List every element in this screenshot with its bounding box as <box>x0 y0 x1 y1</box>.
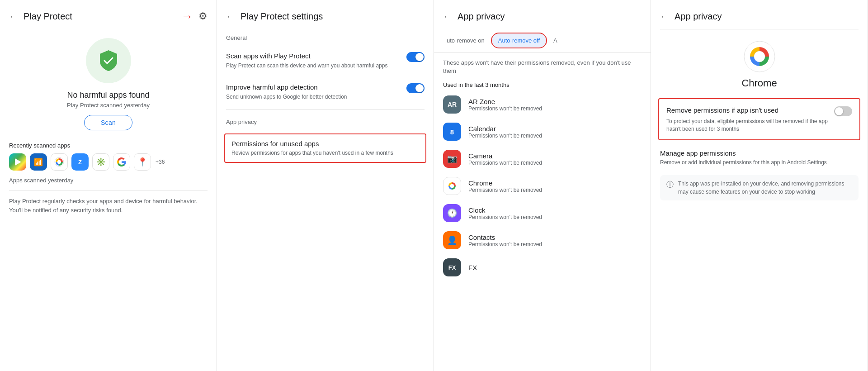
list-item[interactable]: Chrome Permissions won't be removed <box>434 172 651 200</box>
apps-scanned-label: Apps scanned yesterday <box>0 172 217 184</box>
permissions-unused-apps-setting[interactable]: Permissions for unused apps Review permi… <box>224 133 426 163</box>
manage-perms-title: Manage app permissions <box>660 149 859 157</box>
app-icon-chrome-list <box>443 177 461 195</box>
list-item[interactable]: FX FX <box>434 254 651 281</box>
panel3-header: ← App privacy <box>434 0 651 29</box>
app-icon-maps[interactable]: 📍 <box>134 153 151 171</box>
permissions-desc: Review permissions for apps that you hav… <box>231 149 419 157</box>
shield-status-area: No harmful apps found Play Protect scann… <box>0 29 217 138</box>
status-title: No harmful apps found <box>67 90 149 100</box>
app-contacts-text: Contacts Permissions won't be removed <box>468 233 642 247</box>
permissions-title: Permissions for unused apps <box>231 140 419 147</box>
remove-perm-toggle[interactable] <box>834 106 852 116</box>
status-subtitle: Play Protect scanned yesterday <box>67 102 150 109</box>
app-icon-playstore[interactable] <box>9 153 26 171</box>
settings-gear-icon[interactable]: ⚙ <box>198 10 208 22</box>
apps-note: These apps won't have their permissions … <box>434 52 651 77</box>
scan-apps-toggle[interactable] <box>406 52 425 62</box>
preinstalled-note: ⓘ This app was pre-installed on your dev… <box>660 175 859 200</box>
app-icon-chrome-small[interactable] <box>51 153 68 171</box>
remove-perm-text: Remove permissions if app isn't used To … <box>666 105 829 133</box>
app-clock-text: Clock Permissions won't be removed <box>468 206 642 220</box>
app-contacts-perm: Permissions won't be removed <box>468 241 642 247</box>
app-chrome-perm: Permissions won't be removed <box>468 187 642 193</box>
chrome-app-name: Chrome <box>741 77 777 89</box>
back-button-p4[interactable]: ← <box>660 11 669 22</box>
manage-perms-section[interactable]: Manage app permissions Remove or add ind… <box>651 145 868 171</box>
plus-count: +36 <box>156 159 165 165</box>
app-icon-ar-zone: AR <box>443 95 461 114</box>
chrome-detail-area: Chrome <box>651 29 868 94</box>
panel-play-protect: ← Play Protect → ⚙ No harmful apps found… <box>0 0 217 371</box>
list-item[interactable]: 👤 Contacts Permissions won't be removed <box>434 227 651 254</box>
app-icon-wifi[interactable]: 📶 <box>30 153 47 171</box>
app-calendar-name: Calendar <box>468 125 642 133</box>
panel3-title: App privacy <box>458 11 642 22</box>
app-icon-zoom[interactable]: Z <box>71 153 89 171</box>
chrome-icon-large <box>743 40 776 73</box>
tab-auto-remove-off[interactable]: Auto-remove off <box>491 33 547 48</box>
app-icon-google[interactable] <box>113 153 130 171</box>
app-icon-camera: 📷 <box>443 150 461 168</box>
detection-title: Improve harmful app detection <box>226 82 401 92</box>
panel1-title: Play Protect <box>24 11 176 22</box>
back-button-p3[interactable]: ← <box>443 11 452 22</box>
back-button-p1[interactable]: ← <box>9 11 18 22</box>
svg-point-4 <box>450 184 454 188</box>
detection-text: Improve harmful app detection Send unkno… <box>226 82 401 101</box>
scan-apps-title: Scan apps with Play Protect <box>226 51 401 61</box>
panel2-header: ← Play Protect settings <box>217 0 434 29</box>
scan-apps-text: Scan apps with Play Protect Play Protect… <box>226 51 401 70</box>
detection-setting[interactable]: Improve harmful app detection Send unkno… <box>217 76 434 107</box>
app-calendar-text: Calendar Permissions won't be removed <box>468 125 642 139</box>
svg-marker-0 <box>15 158 21 166</box>
scan-button[interactable]: Scan <box>84 115 132 130</box>
annotation-arrow: → <box>181 10 193 24</box>
app-camera-text: Camera Permissions won't be removed <box>468 152 642 166</box>
app-contacts-name: Contacts <box>468 233 642 241</box>
app-icons-row: 📶 Z ✳️ <box>9 153 208 171</box>
tab-partial[interactable]: A <box>547 33 564 48</box>
app-ar-perm: Permissions won't be removed <box>468 105 642 112</box>
recently-section: Recently scanned apps 📶 Z <box>0 138 217 172</box>
app-icon-pinwheel[interactable]: ✳️ <box>92 153 109 171</box>
tab-auto-remove-on[interactable]: uto-remove on <box>440 33 491 48</box>
used-label: Used in the last 3 months <box>434 77 651 91</box>
remove-perm-title: Remove permissions if app isn't used <box>666 105 829 115</box>
panel-app-privacy: ← App privacy uto-remove on Auto-remove … <box>434 0 651 371</box>
list-item[interactable]: 📷 Camera Permissions won't be removed <box>434 145 651 172</box>
protect-description: Play Protect regularly checks your apps … <box>0 197 217 214</box>
app-clock-name: Clock <box>468 206 642 214</box>
divider-1 <box>9 190 208 190</box>
general-section-label: General <box>217 29 434 45</box>
panel4-title: App privacy <box>675 11 859 22</box>
detection-toggle[interactable] <box>406 83 425 93</box>
app-fx-name: FX <box>468 264 642 271</box>
app-fx-text: FX <box>468 264 642 271</box>
shield-icon <box>96 48 121 73</box>
app-icon-fx: FX <box>443 258 461 276</box>
panel4-header: ← App privacy <box>651 0 868 29</box>
app-ar-text: AR Zone Permissions won't be removed <box>468 98 642 112</box>
app-privacy-label: App privacy <box>217 113 434 129</box>
back-button-p2[interactable]: ← <box>226 11 235 22</box>
panel1-header: ← Play Protect → ⚙ <box>0 0 217 29</box>
preinstalled-text: This app was pre-installed on your devic… <box>678 180 852 196</box>
app-ar-name: AR Zone <box>468 98 642 105</box>
remove-permissions-box: Remove permissions if app isn't used To … <box>658 98 860 140</box>
app-calendar-perm: Permissions won't be removed <box>468 133 642 139</box>
remove-perm-desc: To protect your data, eligible permissio… <box>666 118 829 133</box>
list-item[interactable]: AR AR Zone Permissions won't be removed <box>434 91 651 118</box>
app-icon-contacts: 👤 <box>443 231 461 249</box>
list-item[interactable]: 8 Calendar Permissions won't be removed <box>434 118 651 145</box>
list-item[interactable]: 🕐 Clock Permissions won't be removed <box>434 200 651 227</box>
shield-circle <box>86 38 131 83</box>
svg-point-6 <box>754 51 765 62</box>
panel-play-protect-settings: ← Play Protect settings General Scan app… <box>217 0 434 371</box>
app-camera-name: Camera <box>468 152 642 160</box>
scan-apps-setting[interactable]: Scan apps with Play Protect Play Protect… <box>217 45 434 76</box>
settings-divider <box>226 109 425 109</box>
panel2-title: Play Protect settings <box>241 11 425 22</box>
svg-point-2 <box>57 160 61 164</box>
app-icon-calendar: 8 <box>443 123 461 141</box>
